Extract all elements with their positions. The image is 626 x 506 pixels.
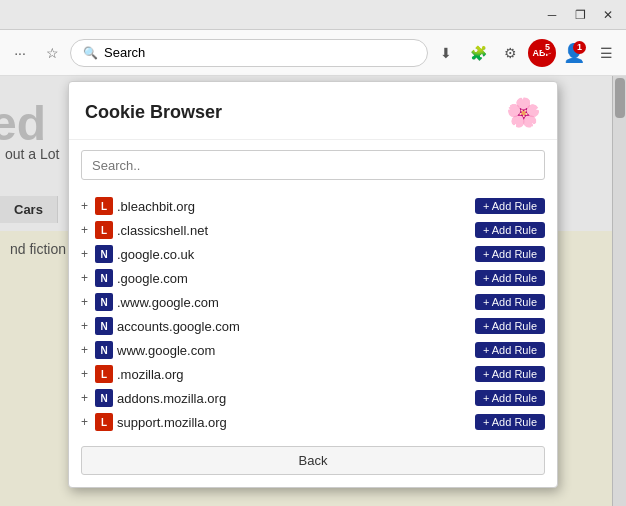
cookie-search-bar[interactable] xyxy=(81,150,545,180)
menu-dots-button[interactable]: ··· xyxy=(6,39,34,67)
domain-icon: L xyxy=(95,221,113,239)
settings-button[interactable]: ⚙ xyxy=(496,39,524,67)
expand-icon[interactable]: + xyxy=(81,295,91,309)
domain-name: addons.mozilla.org xyxy=(117,391,471,406)
cookie-list-item: +N.www.google.com+ Add Rule xyxy=(81,290,545,314)
browser-toolbar: ··· ☆ 🔍 ⬇ 🧩 ⚙ ABP 5 👤 1 ☰ xyxy=(0,30,626,76)
bookmark-button[interactable]: ☆ xyxy=(38,39,66,67)
domain-name: www.google.com xyxy=(117,343,471,358)
title-bar: ─ ❐ ✕ xyxy=(0,0,626,30)
maximize-button[interactable]: ❐ xyxy=(566,2,594,28)
address-bar[interactable]: 🔍 xyxy=(70,39,428,67)
expand-icon[interactable]: + xyxy=(81,391,91,405)
add-rule-button[interactable]: + Add Rule xyxy=(475,342,545,358)
domain-icon: N xyxy=(95,269,113,287)
cookie-list-item: +Naccounts.google.com+ Add Rule xyxy=(81,314,545,338)
add-rule-button[interactable]: + Add Rule xyxy=(475,198,545,214)
back-button[interactable]: Back xyxy=(81,446,545,475)
domain-icon: L xyxy=(95,197,113,215)
domain-name: .bleachbit.org xyxy=(117,199,471,214)
cookie-list-item: +N.google.com+ Add Rule xyxy=(81,266,545,290)
domain-icon: N xyxy=(95,293,113,311)
cookie-list-item: +L.classicshell.net+ Add Rule xyxy=(81,218,545,242)
cookie-list-item: +Nwww.google.com+ Add Rule xyxy=(81,338,545,362)
cookie-list-item: +Naddons.mozilla.org+ Add Rule xyxy=(81,386,545,410)
expand-icon[interactable]: + xyxy=(81,343,91,357)
expand-icon[interactable]: + xyxy=(81,415,91,429)
add-rule-button[interactable]: + Add Rule xyxy=(475,294,545,310)
add-rule-button[interactable]: + Add Rule xyxy=(475,318,545,334)
add-rule-button[interactable]: + Add Rule xyxy=(475,366,545,382)
cookie-list-item: +Lsupport.mozilla.org+ Add Rule xyxy=(81,410,545,434)
domain-icon: L xyxy=(95,413,113,431)
expand-icon[interactable]: + xyxy=(81,367,91,381)
extensions-button[interactable]: 🧩 xyxy=(464,39,492,67)
domain-icon: L xyxy=(95,365,113,383)
add-rule-button[interactable]: + Add Rule xyxy=(475,222,545,238)
domain-name: support.mozilla.org xyxy=(117,415,471,430)
modal-overlay: Cookie Browser 🌸 +L.bleachbit.org+ Add R… xyxy=(0,76,626,506)
domain-name: .google.co.uk xyxy=(117,247,471,262)
domain-name: .www.google.com xyxy=(117,295,471,310)
cookie-list-item: +N.google.co.uk+ Add Rule xyxy=(81,242,545,266)
domain-icon: N xyxy=(95,389,113,407)
expand-icon[interactable]: + xyxy=(81,223,91,237)
domain-icon: N xyxy=(95,245,113,263)
minimize-button[interactable]: ─ xyxy=(538,2,566,28)
flower-icon: 🌸 xyxy=(506,96,541,129)
domain-name: .classicshell.net xyxy=(117,223,471,238)
dialog-footer: Back xyxy=(69,438,557,487)
browser-content: ed out a Lot Cars F nd fiction Cookie Br… xyxy=(0,76,626,506)
expand-icon[interactable]: + xyxy=(81,247,91,261)
search-input[interactable] xyxy=(104,45,415,60)
cookie-browser-dialog: Cookie Browser 🌸 +L.bleachbit.org+ Add R… xyxy=(68,81,558,488)
domain-icon: N xyxy=(95,341,113,359)
dialog-header: Cookie Browser 🌸 xyxy=(69,82,557,140)
domain-name: .mozilla.org xyxy=(117,367,471,382)
download-button[interactable]: ⬇ xyxy=(432,39,460,67)
cookie-list-item: +L.bleachbit.org+ Add Rule xyxy=(81,194,545,218)
add-rule-button[interactable]: + Add Rule xyxy=(475,246,545,262)
abp-badge: 5 xyxy=(541,41,554,54)
notifications-button[interactable]: 👤 1 xyxy=(560,39,588,67)
domain-name: accounts.google.com xyxy=(117,319,471,334)
domain-name: .google.com xyxy=(117,271,471,286)
search-icon: 🔍 xyxy=(83,46,98,60)
expand-icon[interactable]: + xyxy=(81,199,91,213)
cookie-domain-list: +L.bleachbit.org+ Add Rule+L.classicshel… xyxy=(69,190,557,438)
expand-icon[interactable]: + xyxy=(81,319,91,333)
expand-icon[interactable]: + xyxy=(81,271,91,285)
cookie-search-input[interactable] xyxy=(92,158,534,173)
dialog-title: Cookie Browser xyxy=(85,102,222,123)
add-rule-button[interactable]: + Add Rule xyxy=(475,414,545,430)
add-rule-button[interactable]: + Add Rule xyxy=(475,390,545,406)
adblock-button[interactable]: ABP 5 xyxy=(528,39,556,67)
cookie-list-item: +L.mozilla.org+ Add Rule xyxy=(81,362,545,386)
add-rule-button[interactable]: + Add Rule xyxy=(475,270,545,286)
close-button[interactable]: ✕ xyxy=(594,2,622,28)
domain-icon: N xyxy=(95,317,113,335)
notifications-badge: 1 xyxy=(573,41,586,54)
hamburger-menu-button[interactable]: ☰ xyxy=(592,39,620,67)
